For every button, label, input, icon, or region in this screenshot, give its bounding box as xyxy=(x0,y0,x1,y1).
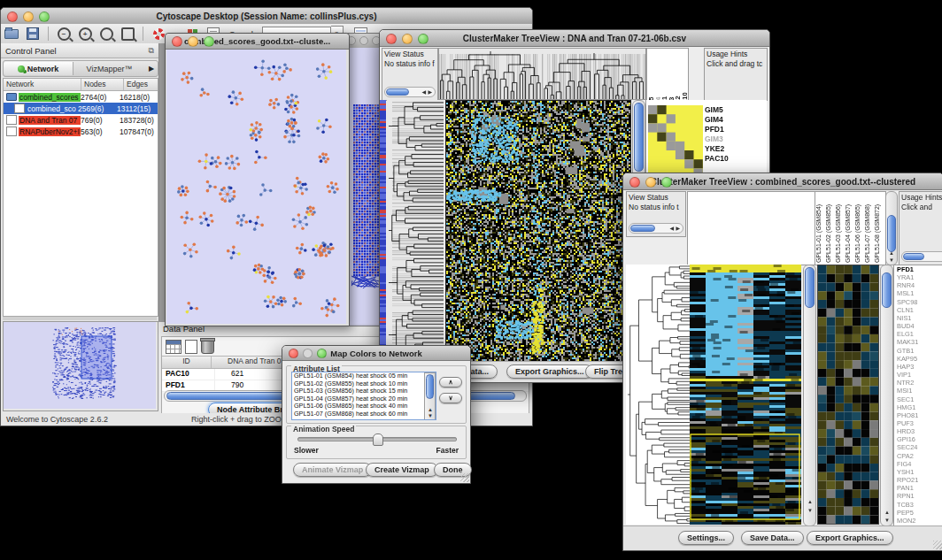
tab-vizmapper[interactable]: VizMapper™ xyxy=(73,65,145,73)
zoom-fit-button[interactable] xyxy=(117,26,138,42)
close-icon[interactable] xyxy=(289,349,298,358)
tv2-gene-label[interactable]: CPA2 xyxy=(894,452,942,460)
minimize-icon[interactable] xyxy=(645,177,656,188)
tv2-gene-label[interactable]: FIG4 xyxy=(894,460,942,468)
network-overview[interactable] xyxy=(3,321,158,411)
tv2-gene-label[interactable]: MAK31 xyxy=(894,338,942,346)
tv2-gene-label[interactable]: RPN1 xyxy=(894,492,942,500)
close-icon[interactable] xyxy=(629,177,640,188)
animate-vizmap-button[interactable]: Animate Vizmap xyxy=(293,463,372,477)
tv2-gene-label[interactable]: HAP3 xyxy=(894,363,942,371)
tv2-gene-label[interactable]: PHO81 xyxy=(894,411,942,419)
tv2-gene-label[interactable]: YSH1 xyxy=(894,468,942,476)
zoom-window-icon[interactable] xyxy=(204,36,214,47)
tv2-gene-label[interactable]: VIP1 xyxy=(894,371,942,379)
tv1-gene-dendrogram[interactable] xyxy=(387,100,444,362)
attribute-up-button[interactable]: ∧ xyxy=(439,377,462,387)
open-session-button[interactable] xyxy=(1,26,22,42)
tv2-gene-label[interactable]: PUF3 xyxy=(894,419,942,427)
zoom-window-icon[interactable] xyxy=(317,349,327,358)
tv1-export-graphics-button[interactable]: Export Graphics... xyxy=(506,364,593,379)
network-overview-canvas[interactable] xyxy=(4,322,156,409)
treeview1-titlebar[interactable]: ClusterMaker TreeView : DNA and Tran 07-… xyxy=(380,30,769,47)
slider-thumb[interactable] xyxy=(373,433,383,446)
tv2-gene-label[interactable]: SEC1 xyxy=(894,395,942,403)
tv2-heatmap[interactable] xyxy=(690,265,801,525)
animation-speed-slider[interactable] xyxy=(297,437,457,441)
panel-splitter[interactable] xyxy=(3,317,157,320)
tv2-gene-label[interactable]: TCB3 xyxy=(894,501,942,509)
network-row[interactable]: DNA and Tran 07769(0)183728(0) xyxy=(4,114,158,126)
zoom-selected-button[interactable] xyxy=(96,26,117,42)
dialog-titlebar[interactable]: Map Colors to Network xyxy=(282,346,470,361)
close-icon[interactable] xyxy=(7,12,18,22)
network-row[interactable]: RNAPuberNov2+I563(0)107847(0) xyxy=(4,126,158,137)
trash-icon[interactable] xyxy=(201,340,214,354)
tv2-gene-label[interactable]: SEC24 xyxy=(894,443,942,451)
attribute-down-button[interactable]: ∨ xyxy=(439,393,462,403)
minimize-icon[interactable] xyxy=(303,349,313,358)
tv2-status-scrollbar[interactable]: ◀▶ xyxy=(629,223,683,234)
tv2-gene-dendrogram[interactable] xyxy=(626,265,690,525)
tv2-gene-label[interactable]: MON2 xyxy=(894,517,942,525)
tv1-global-strip[interactable] xyxy=(380,100,386,362)
tv1-zoom-matrix[interactable] xyxy=(648,105,703,178)
tv1-gene-label[interactable]: PFD1 xyxy=(705,125,758,134)
close-icon[interactable] xyxy=(172,36,182,47)
tv2-gene-label[interactable]: GPI16 xyxy=(894,435,942,443)
new-doc-icon[interactable] xyxy=(185,340,197,354)
float-panel-icon[interactable]: ⧉ xyxy=(149,46,154,56)
tv2-gene-label[interactable]: NTR2 xyxy=(894,379,942,387)
minimize-icon[interactable] xyxy=(188,36,198,47)
tv2-gene-label[interactable]: PFD1 xyxy=(894,265,942,273)
tv1-gene-label[interactable]: GIM4 xyxy=(705,115,758,125)
tv2-genelabel-scrollbar[interactable]: ▲▼ xyxy=(880,265,893,526)
tv2-vscrollbar[interactable]: ▲▼ xyxy=(803,265,816,526)
zoom-out-button[interactable]: − xyxy=(53,26,74,42)
tv1-gene-label[interactable]: PAC10 xyxy=(705,154,758,164)
window-controls[interactable] xyxy=(7,12,50,22)
network-view-canvas[interactable] xyxy=(166,50,346,324)
main-titlebar[interactable]: Cytoscape Desktop (Session Name: collins… xyxy=(1,8,532,25)
zoom-window-icon[interactable] xyxy=(39,12,50,22)
resize-grip[interactable] xyxy=(460,473,469,482)
tv2-gene-label[interactable]: MSL1 xyxy=(894,289,942,297)
tv2-collabel-scrollbar[interactable]: ▲▼ xyxy=(885,191,898,265)
zoom-window-icon[interactable] xyxy=(661,177,672,188)
data-col-id[interactable]: ID xyxy=(162,357,212,368)
tv2-gene-label[interactable]: GTB1 xyxy=(894,347,942,355)
tv2-gene-label[interactable]: SPC98 xyxy=(894,298,942,306)
tv2-gene-label[interactable]: YRA1 xyxy=(894,273,942,281)
tv2-gene-label[interactable]: HMG1 xyxy=(894,403,942,411)
network-column-header[interactable]: Nodes xyxy=(81,79,124,90)
create-vizmap-button[interactable]: Create Vizmap xyxy=(366,463,438,477)
minimize-icon[interactable] xyxy=(402,34,413,44)
tv2-gene-label[interactable]: ELG1 xyxy=(894,330,942,338)
tv2-gene-label[interactable]: RPO21 xyxy=(894,476,942,484)
close-icon[interactable] xyxy=(386,34,397,44)
tv2-gene-label[interactable]: CLN1 xyxy=(894,306,942,314)
network-column-header[interactable]: Network xyxy=(4,79,81,90)
tv2-gene-label[interactable]: RNR4 xyxy=(894,281,942,289)
tv2-gene-label[interactable]: KAP95 xyxy=(894,355,942,363)
tv1-heatmap[interactable] xyxy=(445,100,631,362)
tv2-gene-label[interactable]: PAN1 xyxy=(894,484,942,492)
tv1-gene-label[interactable]: YKE2 xyxy=(705,144,758,154)
tv2-gene-label[interactable]: BUD4 xyxy=(894,322,942,330)
zoom-window-icon[interactable] xyxy=(418,34,429,44)
tv1-column-dendrogram[interactable] xyxy=(438,48,646,100)
tv1-gene-label[interactable]: GIM3 xyxy=(705,134,758,144)
tv2-gene-label[interactable]: NIS1 xyxy=(894,314,942,322)
attribute-list-scrollbar[interactable]: ▲▼ xyxy=(424,372,436,420)
tv2-usage-scrollbar[interactable] xyxy=(901,251,942,262)
attribute-item[interactable]: GPL51-07 (GSM868) heat shock 60 min xyxy=(292,410,436,418)
tv2-settings-button[interactable]: Settings... xyxy=(678,531,734,545)
tv1-gene-label[interactable]: GIM5 xyxy=(705,105,758,115)
network-column-header[interactable]: Edges xyxy=(124,79,168,90)
tab-network[interactable]: Network xyxy=(4,62,73,75)
treeview2-titlebar[interactable]: ClusterMaker TreeView : combined_scores_… xyxy=(623,173,942,190)
resize-grip[interactable] xyxy=(933,541,942,549)
tv2-save-data-button[interactable]: Save Data... xyxy=(741,531,804,545)
tv2-export-graphics-button[interactable]: Export Graphics... xyxy=(807,531,893,545)
table-icon[interactable] xyxy=(166,340,181,354)
